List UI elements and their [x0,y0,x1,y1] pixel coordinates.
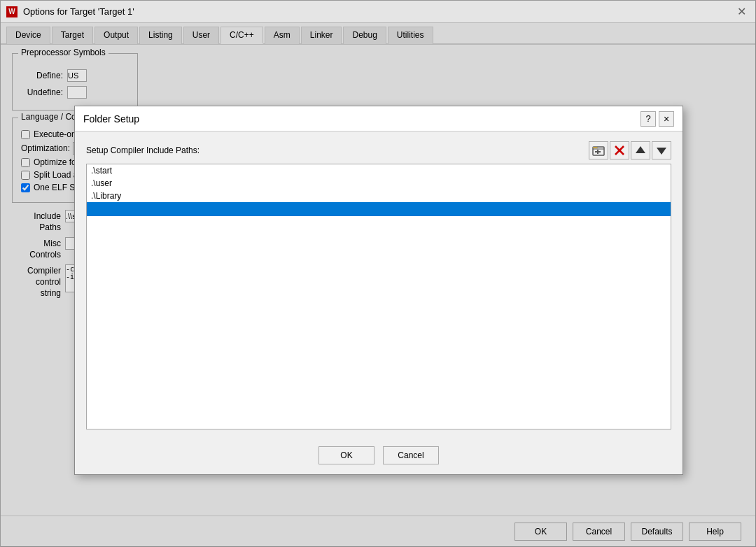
svg-rect-2 [595,151,601,152]
svg-marker-6 [657,148,666,155]
dialog-title: Folder Setup [83,113,139,125]
list-item-selected[interactable] [87,202,671,216]
dialog-title-buttons: ? × [640,111,674,127]
dialog-footer: OK Cancel [75,439,682,474]
delete-button[interactable] [610,141,629,159]
list-item[interactable]: .\start [87,164,671,177]
dialog-body: Setup Compiler Include Paths: [75,132,682,439]
move-down-button[interactable] [652,141,671,159]
include-paths-list[interactable]: .\start .\user .\Library [86,164,671,429]
toolbar-buttons [589,141,671,159]
list-item[interactable]: .\Library [87,190,671,202]
delete-icon [613,144,626,157]
main-window: W Options for Target 'Target 1' ✕ Device… [0,0,756,547]
new-folder-icon [592,144,605,157]
move-up-button[interactable] [631,141,650,159]
dialog-overlay: Folder Setup ? × Setup Compiler Include … [1,1,756,547]
dialog-title-bar: Folder Setup ? × [75,106,682,132]
dialog-toolbar: Setup Compiler Include Paths: [86,141,671,159]
up-arrow-icon [634,144,647,157]
new-folder-button[interactable] [589,141,608,159]
dialog-close-button[interactable]: × [659,111,674,127]
svg-marker-5 [636,146,645,153]
dialog-help-button[interactable]: ? [640,111,656,127]
folder-setup-dialog: Folder Setup ? × Setup Compiler Include … [74,106,683,475]
dialog-cancel-button[interactable]: Cancel [383,446,439,464]
dialog-ok-button[interactable]: OK [318,446,374,464]
down-arrow-icon [655,144,668,157]
toolbar-label: Setup Compiler Include Paths: [86,145,200,155]
list-item[interactable]: .\user [87,177,671,190]
